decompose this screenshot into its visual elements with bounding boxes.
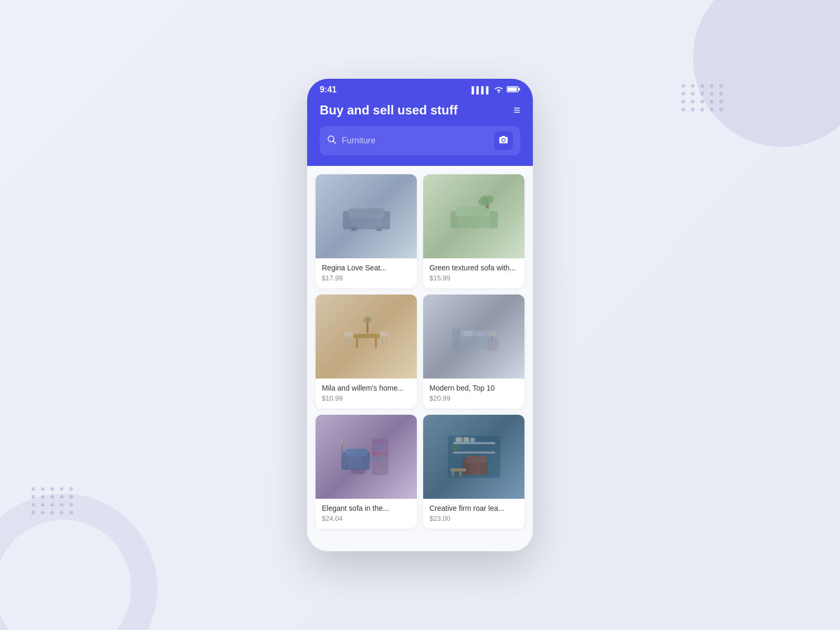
svg-rect-20	[356, 338, 358, 348]
product-info-1: Regina Love Seat... $17.99	[316, 258, 417, 288]
svg-rect-27	[385, 337, 387, 344]
svg-point-18	[478, 197, 489, 206]
svg-rect-63	[452, 471, 454, 477]
camera-icon	[499, 135, 508, 146]
svg-rect-54	[464, 437, 469, 442]
product-price-1: $17.99	[322, 274, 411, 282]
status-bar: 9:41 ▌▌▌▌	[307, 79, 533, 99]
wifi-icon	[494, 86, 503, 94]
camera-button[interactable]	[494, 131, 513, 150]
battery-icon	[507, 86, 520, 94]
bg-shape-top-right	[693, 0, 840, 147]
svg-point-29	[363, 316, 372, 323]
svg-rect-15	[456, 207, 490, 216]
product-title-1: Regina Love Seat...	[322, 264, 411, 272]
svg-point-37	[488, 331, 496, 337]
svg-rect-40	[373, 446, 387, 449]
svg-rect-1	[508, 87, 517, 91]
svg-rect-10	[351, 227, 357, 231]
bg-dots-left	[32, 487, 75, 514]
search-bar[interactable]: Furniture	[320, 126, 520, 155]
product-price-2: $15.99	[429, 274, 518, 282]
status-time: 9:41	[320, 85, 337, 94]
svg-rect-62	[450, 468, 466, 471]
product-card[interactable]: Regina Love Seat... $17.99	[316, 174, 417, 288]
svg-rect-22	[344, 331, 353, 337]
svg-rect-33	[464, 331, 473, 336]
bg-shape-bottom-left	[0, 494, 158, 630]
product-grid: Regina Love Seat... $17.99	[316, 174, 524, 529]
search-icon	[327, 135, 337, 147]
product-price-6: $23.00	[429, 514, 518, 522]
svg-line-4	[333, 141, 336, 143]
product-info-5: Elegant sofa in the... $24.04	[316, 499, 417, 529]
product-title-6: Creative firm roar lea...	[429, 504, 518, 512]
svg-rect-52	[453, 452, 495, 454]
app-header: Buy and sell used stuff ≡ Furniture	[307, 99, 533, 166]
app-title: Buy and sell used stuff	[320, 103, 458, 118]
svg-point-57	[451, 444, 459, 450]
svg-rect-35	[487, 339, 499, 351]
menu-icon[interactable]: ≡	[513, 103, 520, 117]
svg-rect-51	[453, 442, 495, 444]
svg-rect-41	[373, 452, 387, 455]
svg-rect-14	[490, 211, 498, 228]
svg-rect-26	[381, 337, 383, 344]
product-list-content: Regina Love Seat... $17.99	[307, 166, 533, 551]
svg-rect-9	[348, 208, 385, 218]
svg-rect-64	[459, 471, 461, 477]
product-card[interactable]: Modern bed, Top 10 $20.99	[423, 295, 524, 408]
product-image-2	[423, 174, 524, 258]
phone-frame: 9:41 ▌▌▌▌ Buy a	[307, 79, 533, 551]
bg-dots-right	[681, 84, 724, 111]
svg-rect-53	[456, 437, 462, 442]
status-icons: ▌▌▌▌	[471, 86, 520, 94]
svg-rect-34	[475, 331, 485, 336]
product-title-2: Green textured sofa with...	[429, 264, 518, 272]
product-image-6	[423, 415, 524, 499]
product-price-5: $24.04	[322, 514, 411, 522]
svg-rect-32	[452, 329, 460, 350]
signal-icon: ▌▌▌▌	[471, 86, 491, 94]
product-card[interactable]: Mila and willem's home... $10.99	[316, 295, 417, 408]
svg-rect-42	[373, 457, 387, 460]
svg-rect-61	[466, 456, 486, 463]
product-image-5	[316, 415, 417, 499]
product-card[interactable]: Green textured sofa with... $15.99	[423, 174, 524, 288]
product-info-2: Green textured sofa with... $15.99	[423, 258, 524, 288]
product-image-4	[423, 295, 524, 379]
svg-rect-11	[376, 227, 382, 231]
product-card[interactable]: Creative firm roar lea... $23.00	[423, 415, 524, 529]
product-info-3: Mila and willem's home... $10.99	[316, 379, 417, 408]
svg-rect-23	[345, 337, 348, 344]
svg-point-47	[351, 468, 366, 475]
product-title-5: Elegant sofa in the...	[322, 504, 411, 512]
search-placeholder[interactable]: Furniture	[342, 136, 489, 145]
svg-rect-55	[470, 438, 475, 442]
product-image-1	[316, 174, 417, 258]
svg-rect-24	[350, 337, 352, 344]
svg-rect-2	[519, 88, 520, 90]
product-price-4: $20.99	[429, 394, 518, 402]
header-title-row: Buy and sell used stuff ≡	[320, 103, 520, 118]
svg-rect-21	[375, 338, 377, 348]
svg-rect-46	[345, 449, 368, 456]
product-title-4: Modern bed, Top 10	[429, 384, 518, 392]
svg-rect-39	[373, 440, 387, 444]
background-wrapper: 9:41 ▌▌▌▌ Buy a	[0, 0, 840, 630]
product-info-6: Creative firm roar lea... $23.00	[423, 499, 524, 529]
product-title-3: Mila and willem's home...	[322, 384, 411, 392]
product-image-3	[316, 295, 417, 379]
product-info-4: Modern bed, Top 10 $20.99	[423, 379, 524, 408]
product-price-3: $10.99	[322, 394, 411, 402]
product-card[interactable]: Elegant sofa in the... $24.04	[316, 415, 417, 529]
svg-point-5	[502, 139, 505, 142]
svg-rect-19	[353, 334, 380, 338]
svg-rect-25	[380, 331, 388, 337]
